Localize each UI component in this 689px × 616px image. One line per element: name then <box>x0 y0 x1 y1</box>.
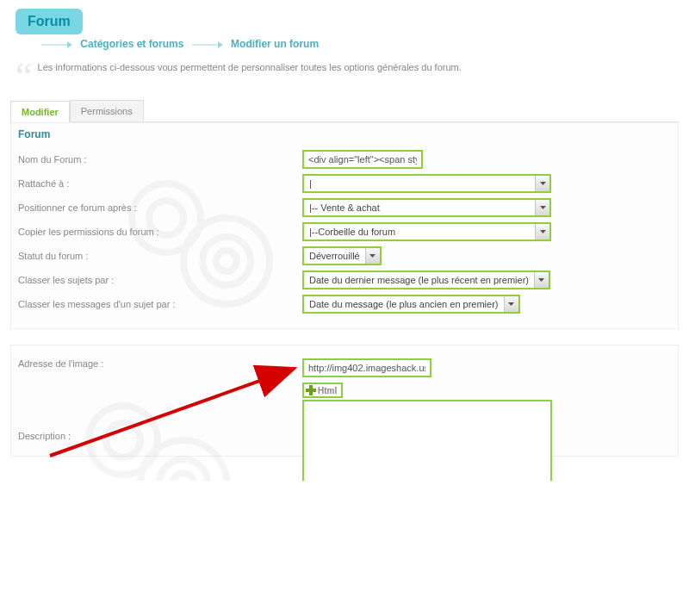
svg-marker-13 <box>538 278 544 282</box>
svg-marker-3 <box>218 41 223 48</box>
label-classer-sujets: Classer les sujets par : <box>18 275 302 285</box>
svg-marker-14 <box>508 302 514 306</box>
label-classer-messages: Classer les messages d'un sujet par : <box>18 299 302 309</box>
dropdown-icon <box>535 200 549 215</box>
svg-rect-21 <box>306 389 316 392</box>
adresse-image-input[interactable] <box>302 358 431 377</box>
svg-marker-9 <box>540 182 546 185</box>
label-description: Description : <box>18 431 302 441</box>
intro-text: Les informations ci-dessous vous permett… <box>38 60 462 72</box>
statut-select[interactable]: Déverrouillé <box>302 246 382 265</box>
statut-value: Déverrouillé <box>304 248 365 264</box>
label-nom: Nom du Forum : <box>18 154 302 165</box>
plus-icon <box>306 385 316 395</box>
html-mode-button[interactable]: Html <box>302 383 343 398</box>
dropdown-icon <box>535 224 549 240</box>
nom-forum-input[interactable] <box>302 150 423 169</box>
svg-marker-10 <box>540 206 546 209</box>
description-textarea[interactable] <box>302 400 552 481</box>
label-rattache: Rattaché à : <box>18 178 302 189</box>
classer-messages-select[interactable]: Date du message (le plus ancien en premi… <box>302 295 520 314</box>
svg-marker-11 <box>540 230 546 233</box>
classer-sujets-select[interactable]: Date du dernier message (le plus récent … <box>302 271 550 289</box>
tab-modifier[interactable]: Modifier <box>10 101 70 122</box>
arrow-icon <box>192 41 223 48</box>
copier-perm-value: |--Corbeille du forum <box>304 224 535 240</box>
breadcrumb: Catégories et forums Modifier un forum <box>36 38 679 50</box>
copier-perm-select[interactable]: |--Corbeille du forum <box>302 222 551 241</box>
label-statut: Statut du forum : <box>18 251 302 261</box>
classer-messages-value: Date du message (le plus ancien en premi… <box>304 296 504 312</box>
position-select[interactable]: |-- Vente & achat <box>302 198 551 217</box>
rattache-value: | <box>304 176 535 191</box>
page-title: Forum <box>16 9 83 34</box>
forum-settings-panel: Forum Nom du Forum : Rattaché à : | Posi… <box>10 122 679 329</box>
quote-icon: “ <box>16 65 33 88</box>
breadcrumb-modify-forum[interactable]: Modifier un forum <box>231 38 319 50</box>
dropdown-icon <box>365 248 380 264</box>
svg-marker-1 <box>67 41 72 48</box>
dropdown-icon <box>535 176 549 191</box>
rattache-select[interactable]: | <box>302 174 551 193</box>
label-position: Positionner ce forum après : <box>18 202 302 213</box>
label-adresse-image: Adresse de l'image : <box>18 358 302 369</box>
image-description-panel: Adresse de l'image : Html Description : <box>10 345 679 457</box>
html-button-label: Html <box>318 386 337 395</box>
dropdown-icon <box>534 272 549 288</box>
arrow-icon <box>41 41 72 48</box>
classer-sujets-value: Date du dernier message (le plus récent … <box>304 272 534 288</box>
dropdown-icon <box>504 296 518 312</box>
position-value: |-- Vente & achat <box>304 200 535 215</box>
svg-marker-12 <box>369 254 376 258</box>
tab-permissions[interactable]: Permissions <box>70 100 144 121</box>
panel-legend: Forum <box>18 128 678 140</box>
label-copier-perm: Copier les permissions du forum : <box>18 227 302 237</box>
breadcrumb-categories[interactable]: Catégories et forums <box>80 38 183 50</box>
tab-bar: Modifier Permissions <box>10 100 679 122</box>
